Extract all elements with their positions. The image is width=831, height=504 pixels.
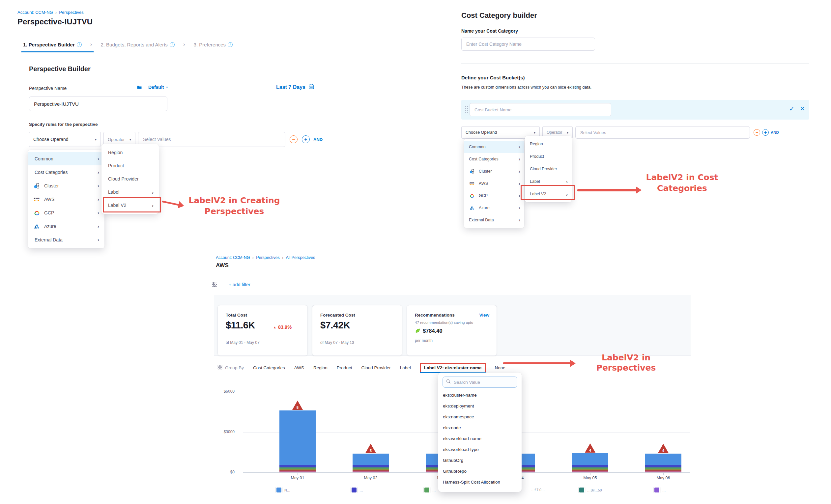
remove-rule-button[interactable]: − bbox=[753, 129, 760, 136]
menu-item-azure[interactable]: Azure › bbox=[28, 219, 105, 233]
tab-perspective-builder[interactable]: 1. Perspective Builder i bbox=[23, 42, 82, 48]
cost-bucket-name-input[interactable] bbox=[469, 103, 611, 116]
submenu-item-region[interactable]: Region bbox=[102, 146, 159, 159]
group-by-option[interactable]: AWS bbox=[294, 365, 304, 370]
submenu-item-cloud-provider[interactable]: Cloud Provider bbox=[102, 172, 159, 185]
value-option[interactable]: eks:node bbox=[438, 422, 522, 433]
gcp-icon bbox=[33, 209, 40, 216]
bar-stack-segment bbox=[352, 465, 389, 468]
search-box[interactable] bbox=[442, 377, 517, 388]
chart-bar[interactable] bbox=[279, 410, 316, 472]
search-icon bbox=[446, 379, 451, 385]
submenu-item-label[interactable]: Label › bbox=[102, 185, 159, 199]
group-by-label: Group By bbox=[225, 365, 244, 370]
choose-operand-select[interactable]: Choose Operand ▾ bbox=[29, 132, 101, 147]
breadcrumb-perspectives-link[interactable]: Perspectives bbox=[59, 10, 83, 15]
info-icon[interactable]: i bbox=[77, 42, 82, 47]
chevron-right-icon: › bbox=[152, 189, 153, 195]
legend-item[interactable]: …Bil…50 bbox=[579, 487, 602, 493]
menu-item-azure[interactable]: Azure › bbox=[464, 202, 524, 214]
value-option[interactable]: eks:workload-name bbox=[438, 433, 522, 444]
menu-item-common[interactable]: Common › bbox=[28, 152, 105, 166]
legend-item[interactable]: … bbox=[424, 487, 436, 493]
filter-icon[interactable] bbox=[211, 281, 218, 289]
menu-item-external-data[interactable]: External Data › bbox=[464, 214, 524, 226]
submenu-item-product[interactable]: Product bbox=[102, 159, 159, 172]
chevron-right-icon: › bbox=[519, 144, 520, 150]
legend-label-fragment: … bbox=[662, 488, 666, 492]
group-by-option[interactable]: Product bbox=[337, 365, 352, 370]
delta-value: 83.9% bbox=[278, 324, 292, 330]
submenu-item-product[interactable]: Product bbox=[525, 150, 572, 163]
value-option[interactable]: Harness-Split Cost Allocation bbox=[438, 477, 522, 487]
value-option[interactable]: GithubRepo bbox=[438, 466, 522, 477]
legend-item[interactable]: N… bbox=[276, 487, 290, 493]
breadcrumb-account-link[interactable]: Account: CCM-NG bbox=[216, 255, 250, 260]
add-rule-button[interactable]: + bbox=[762, 129, 769, 136]
group-by-option[interactable]: Cost Categories bbox=[253, 365, 285, 370]
add-rule-button[interactable]: + bbox=[302, 136, 310, 143]
value-option[interactable]: eks:namespace bbox=[438, 411, 522, 422]
menu-item-common[interactable]: Common › bbox=[464, 141, 524, 153]
legend-item[interactable]: … bbox=[654, 487, 666, 493]
savings-amount: $784.40 bbox=[423, 328, 442, 334]
date-range-label: Last 7 Days bbox=[276, 84, 306, 90]
group-by-none[interactable]: None bbox=[495, 365, 506, 370]
triangle-up-icon: ▲ bbox=[273, 325, 277, 329]
date-range-picker[interactable]: Last 7 Days bbox=[276, 84, 314, 91]
chart-bar[interactable] bbox=[645, 454, 681, 472]
calendar-icon bbox=[308, 84, 314, 91]
select-values-input[interactable] bbox=[138, 132, 285, 147]
menu-item-cost-categories[interactable]: Cost Categories › bbox=[464, 153, 524, 165]
chart-bar[interactable] bbox=[352, 454, 389, 472]
menu-item-cluster[interactable]: Cluster › bbox=[28, 179, 105, 192]
submenu-item-cloud-provider[interactable]: Cloud Provider bbox=[525, 163, 572, 175]
add-filter-link[interactable]: + add filter bbox=[229, 282, 251, 287]
menu-item-aws[interactable]: aws AWS › bbox=[464, 177, 524, 189]
ccm-composite-screenshot: Account: CCM-NG › Perspectives Perspecti… bbox=[0, 0, 831, 504]
cost-category-name-input[interactable] bbox=[461, 37, 595, 51]
chart-bar[interactable] bbox=[572, 453, 608, 472]
bar-stack-segment bbox=[352, 469, 389, 470]
submenu-item-region[interactable]: Region bbox=[525, 138, 572, 150]
value-option[interactable]: eks:workload-type bbox=[438, 444, 522, 455]
group-by-option[interactable]: Label bbox=[400, 365, 411, 370]
search-value-input[interactable] bbox=[453, 380, 507, 385]
info-icon[interactable]: i bbox=[228, 42, 233, 47]
tab-budgets-reports-alerts[interactable]: 2. Budgets, Reports and Alerts i bbox=[101, 42, 174, 48]
confirm-check-icon[interactable]: ✓ bbox=[789, 105, 795, 113]
breadcrumb-perspectives-link[interactable]: Perspectives bbox=[256, 255, 280, 260]
chevron-right-icon: › bbox=[97, 237, 99, 242]
value-option[interactable]: eks:cluster-name bbox=[438, 390, 522, 401]
x-axis-label: May 06 bbox=[638, 476, 688, 480]
gcp-icon bbox=[469, 193, 475, 199]
menu-item-external-data[interactable]: External Data › bbox=[28, 233, 105, 246]
drag-handle-icon[interactable] bbox=[465, 106, 466, 107]
breadcrumb-account-link[interactable]: Account: CCM-NG bbox=[18, 10, 53, 15]
menu-item-cluster[interactable]: Cluster › bbox=[464, 165, 524, 177]
close-icon[interactable]: ✕ bbox=[800, 106, 805, 112]
view-recommendations-link[interactable]: View bbox=[479, 313, 489, 318]
select-values-input[interactable] bbox=[575, 126, 750, 139]
tab-preferences[interactable]: 3. Preferences i bbox=[194, 42, 233, 48]
bar-stack-segment bbox=[572, 471, 608, 472]
chevron-right-icon: › bbox=[519, 193, 520, 198]
value-option[interactable]: GithubOrg bbox=[438, 455, 522, 466]
group-by-selected-labelv2[interactable]: Label V2: eks:cluster-name bbox=[420, 363, 486, 373]
info-icon[interactable]: i bbox=[170, 42, 175, 47]
menu-item-gcp[interactable]: GCP › bbox=[28, 206, 105, 219]
folder-select[interactable]: Default ▾ bbox=[137, 85, 168, 90]
legend-item[interactable]: … bbox=[351, 487, 363, 493]
group-by-option[interactable]: Cloud Provider bbox=[361, 365, 391, 370]
annotation-cost-categories: LabelV2 in Cost Categories bbox=[641, 172, 723, 194]
remove-rule-button[interactable]: − bbox=[290, 136, 297, 143]
group-by-option[interactable]: Region bbox=[313, 365, 327, 370]
menu-item-aws[interactable]: aws AWS › bbox=[28, 192, 105, 206]
value-option[interactable]: eks:deployment bbox=[438, 401, 522, 411]
labelv2-value-dropdown: eks:cluster-nameeks:deploymenteks:namesp… bbox=[438, 373, 522, 492]
operator-label: Operator bbox=[547, 130, 562, 135]
menu-item-cost-categories[interactable]: Cost Categories › bbox=[28, 166, 105, 179]
perspective-name-input[interactable] bbox=[29, 96, 167, 111]
breadcrumb-all-perspectives-link[interactable]: All Perspectives bbox=[286, 255, 315, 260]
menu-item-gcp[interactable]: GCP › bbox=[464, 189, 524, 202]
